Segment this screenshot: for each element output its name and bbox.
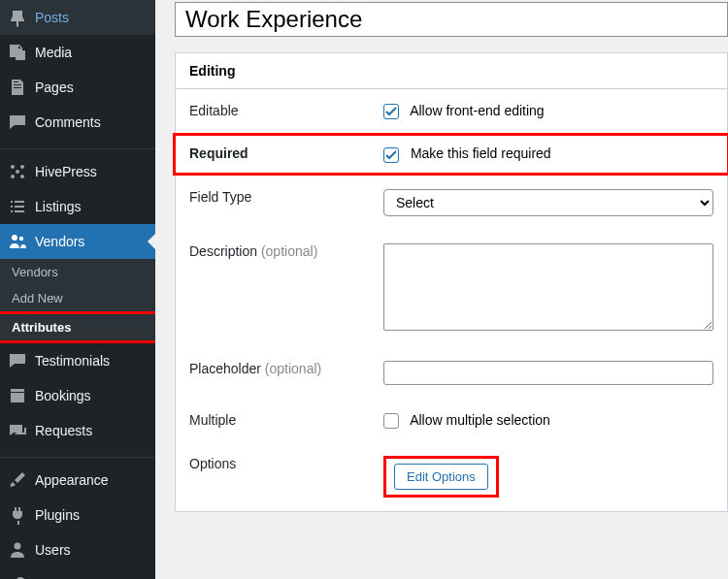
svg-point-2 (11, 175, 15, 178)
menu-comments[interactable]: Comments (0, 105, 155, 140)
svg-point-1 (20, 165, 24, 169)
svg-point-4 (16, 170, 19, 174)
brush-icon (8, 470, 27, 490)
menu-label: Users (35, 542, 71, 558)
main-content: Editing Editable Allow front-end editing… (155, 0, 728, 579)
editable-checkbox[interactable] (383, 104, 399, 119)
menu-vendors[interactable]: Vendors (0, 224, 155, 259)
submenu-vendors-list[interactable]: Vendors (0, 259, 155, 285)
svg-point-0 (11, 165, 15, 169)
list-icon (8, 197, 27, 216)
thumbtack-icon (8, 8, 27, 27)
fieldtype-select[interactable]: Select (383, 189, 713, 216)
menu-label: Comments (35, 114, 101, 130)
multiple-checkbox[interactable] (383, 413, 399, 429)
description-label: Description (optional) (189, 243, 383, 259)
editable-cbtext: Allow front-end editing (410, 103, 545, 118)
required-label: Required (189, 145, 383, 162)
menu-label: HivePress (35, 164, 97, 179)
testimonial-icon (8, 351, 27, 370)
submenu-vendors: Vendors Add New Attributes (0, 259, 155, 343)
menu-listings[interactable]: Listings (0, 189, 155, 224)
field-placeholder: Placeholder (optional) (176, 347, 727, 399)
calendar-icon (8, 386, 27, 405)
field-fieldtype: Field Type Select (176, 176, 727, 230)
menu-label: Listings (35, 199, 81, 214)
title-input[interactable] (175, 2, 728, 37)
menu-label: Media (35, 45, 72, 60)
svg-point-6 (19, 237, 23, 241)
users-icon (8, 232, 27, 251)
menu-appearance[interactable]: Appearance (0, 463, 155, 498)
field-multiple: Multiple Allow multiple selection (176, 399, 727, 442)
options-label: Options (189, 456, 383, 471)
field-required: Required Make this field required (173, 133, 728, 175)
editable-label: Editable (189, 103, 383, 118)
menu-separator (0, 453, 155, 458)
menu-label: Requests (35, 423, 92, 438)
menu-label: Bookings (35, 388, 91, 403)
menu-hivepress[interactable]: HivePress (0, 154, 155, 189)
menu-label: Testimonials (35, 353, 110, 369)
wrench-icon (8, 575, 27, 579)
menu-separator (0, 145, 155, 149)
placeholder-input[interactable] (383, 361, 713, 385)
comments-icon (8, 113, 27, 132)
submenu-attributes[interactable]: Attributes (0, 311, 158, 343)
placeholder-label: Placeholder (optional) (189, 361, 383, 376)
admin-sidebar: Posts Media Pages Comments HivePress Lis… (0, 0, 155, 579)
menu-pages[interactable]: Pages (0, 70, 155, 105)
required-checkbox[interactable] (383, 147, 399, 163)
menu-label: Vendors (35, 234, 84, 249)
menu-plugins[interactable]: Plugins (0, 498, 155, 532)
menu-requests[interactable]: Requests (0, 413, 155, 448)
plug-icon (8, 505, 27, 525)
media-icon (8, 43, 27, 62)
menu-media[interactable]: Media (0, 35, 155, 70)
menu-label: Appearance (35, 472, 109, 488)
field-description: Description (optional) (176, 230, 727, 347)
edit-options-button[interactable]: Edit Options (394, 464, 488, 490)
options-highlight: Edit Options (383, 456, 499, 498)
multiple-label: Multiple (189, 412, 383, 428)
hivepress-icon (8, 162, 27, 181)
menu-label: Pages (35, 80, 74, 95)
svg-point-3 (20, 175, 24, 178)
pages-icon (8, 78, 27, 97)
multiple-cbtext: Allow multiple selection (410, 412, 550, 428)
menu-bookings[interactable]: Bookings (0, 378, 155, 413)
user-icon (8, 540, 27, 560)
field-editable: Editable Allow front-end editing (176, 89, 727, 133)
requests-icon (8, 421, 27, 440)
editing-panel: Editing Editable Allow front-end editing… (175, 52, 728, 512)
menu-users[interactable]: Users (0, 532, 155, 567)
menu-label: Posts (35, 10, 69, 25)
panel-heading: Editing (176, 53, 727, 89)
svg-point-5 (12, 235, 17, 241)
menu-label: Plugins (35, 507, 80, 523)
menu-posts[interactable]: Posts (0, 0, 155, 35)
menu-tools[interactable]: Tools (0, 567, 155, 579)
submenu-add-new[interactable]: Add New (0, 285, 155, 311)
field-options: Options Edit Options (176, 442, 727, 511)
description-textarea[interactable] (383, 243, 713, 331)
menu-testimonials[interactable]: Testimonials (0, 343, 155, 378)
svg-point-7 (15, 543, 21, 550)
required-cbtext: Make this field required (411, 145, 551, 161)
fieldtype-label: Field Type (189, 189, 383, 205)
